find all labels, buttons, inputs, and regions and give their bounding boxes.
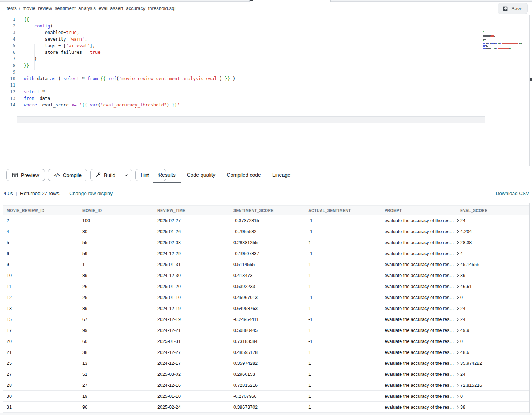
prompt-expand-chevron-icon[interactable] — [456, 328, 460, 332]
table-row: 17992024-12-210.503804451evaluate the ac… — [3, 325, 529, 336]
cell-actual_sentiment: 1 — [308, 394, 385, 399]
prompt-expand-chevron-icon[interactable] — [456, 262, 460, 266]
table-row: 21382024-12-270.485951781evaluate the ac… — [3, 347, 529, 358]
cell-actual_sentiment: -1 — [308, 229, 385, 234]
sql-code-editor[interactable]: 1{{2 config(3 enabled=true,4 severity='w… — [0, 15, 529, 166]
cell-prompt: evaluate the accuracy of the res… — [385, 350, 460, 355]
prompt-expand-chevron-icon[interactable] — [456, 405, 460, 409]
cell-movie_review_id: 5 — [7, 240, 82, 245]
prompt-preview-text: evaluate the accuracy of the res… — [385, 295, 454, 300]
cell-eval_score: 24 — [460, 372, 529, 377]
tab-results[interactable]: Results — [153, 166, 181, 183]
prompt-expand-chevron-icon[interactable] — [456, 383, 460, 387]
cell-actual_sentiment: 1 — [308, 240, 385, 245]
cell-movie_id: 55 — [82, 240, 157, 245]
column-header-prompt: PROMPT — [385, 208, 460, 213]
prompt-expand-chevron-icon[interactable] — [456, 240, 460, 244]
results-tab-bar: ResultsCode qualityCompiled codeLineage — [153, 166, 296, 183]
cell-movie_review_id: 11 — [7, 284, 82, 289]
cell-movie_review_id: 6 — [7, 251, 82, 256]
cell-sentiment_score: 0.28381255 — [233, 240, 308, 245]
cell-eval_score: 0 — [460, 295, 529, 300]
cell-actual_sentiment: 1 — [308, 405, 385, 410]
build-button-label: Build — [104, 172, 115, 178]
prompt-expand-chevron-icon[interactable] — [456, 229, 460, 233]
prompt-expand-chevron-icon[interactable] — [456, 273, 460, 277]
cell-actual_sentiment: 1 — [308, 350, 385, 355]
prompt-expand-chevron-icon[interactable] — [456, 218, 460, 223]
table-row: 6592024-12-29-0.19507837-1evaluate the a… — [3, 248, 529, 259]
cell-movie_id: 67 — [82, 317, 157, 322]
prompt-expand-chevron-icon[interactable] — [456, 350, 460, 354]
cell-prompt: evaluate the accuracy of the res… — [385, 218, 460, 223]
compile-button[interactable]: </> Compile — [48, 169, 87, 181]
line-number: 1 — [0, 16, 15, 23]
table-row: 10892024-12-300.4134731evaluate the accu… — [3, 270, 529, 281]
table-row: 20602025-01-310.73183584-1evaluate the a… — [3, 336, 529, 347]
cell-movie_review_id: 31 — [7, 405, 82, 410]
prompt-expand-chevron-icon[interactable] — [456, 317, 460, 321]
cell-review_time: 2024-12-16 — [157, 383, 233, 388]
results-table: MOVIE_REVIEW_IDMOVIE_IDREVIEW_TIMESENTIM… — [3, 205, 529, 413]
prompt-expand-chevron-icon[interactable] — [456, 361, 460, 365]
cell-prompt: evaluate the accuracy of the res… — [385, 229, 460, 234]
cell-actual_sentiment: 1 — [308, 372, 385, 377]
cell-prompt: evaluate the accuracy of the res… — [385, 295, 460, 300]
breadcrumb-filename: movie_review_sentiment_analysis_eval_ass… — [23, 5, 176, 11]
cell-actual_sentiment: 1 — [308, 383, 385, 388]
prompt-preview-text: evaluate the accuracy of the res… — [385, 328, 454, 333]
cell-sentiment_score: 0.45967013 — [233, 295, 308, 300]
build-dropdown-toggle[interactable] — [120, 169, 132, 181]
line-number: 14 — [0, 102, 15, 108]
cell-prompt: evaluate the accuracy of the res… — [385, 328, 460, 333]
prompt-expand-chevron-icon[interactable] — [456, 306, 460, 310]
editor-action-buttons: Preview </> Compile Build — [6, 169, 166, 181]
table-row: 11262025-01-200.53922331evaluate the acc… — [3, 281, 529, 292]
cell-eval_score: 28.38 — [460, 240, 529, 245]
prompt-preview-text: evaluate the accuracy of the res… — [385, 350, 454, 355]
chevron-down-icon — [124, 172, 128, 179]
prompt-expand-chevron-icon[interactable] — [456, 284, 460, 288]
code-line: 8}} — [0, 62, 529, 69]
build-split-button: Build — [90, 169, 132, 181]
prompt-expand-chevron-icon[interactable] — [456, 372, 460, 376]
cell-eval_score: 72.815216 — [460, 383, 529, 388]
cell-review_time: 2024-12-21 — [157, 328, 233, 333]
cell-movie_id: 89 — [82, 273, 157, 278]
lint-button[interactable]: Lint — [136, 169, 154, 181]
prompt-preview-text: evaluate the accuracy of the res… — [385, 372, 454, 377]
prompt-expand-chevron-icon[interactable] — [456, 339, 460, 343]
code-minimap[interactable] — [483, 31, 524, 49]
code-line: 9 — [0, 69, 529, 75]
cell-movie_id: 27 — [82, 383, 157, 388]
cell-movie_id: 25 — [82, 295, 157, 300]
line-number: 11 — [0, 82, 15, 89]
code-brackets-icon: </> — [54, 173, 60, 177]
prompt-expand-chevron-icon[interactable] — [456, 295, 460, 299]
cell-review_time: 2025-01-31 — [157, 339, 233, 344]
tab-compiled-code[interactable]: Compiled code — [222, 166, 266, 183]
tab-code-quality[interactable]: Code quality — [182, 166, 221, 183]
cell-review_time: 2024-12-30 — [157, 273, 233, 278]
line-number: 5 — [0, 42, 15, 49]
prompt-preview-text: evaluate the accuracy of the res… — [385, 317, 454, 322]
cell-eval_score: 4 — [460, 251, 529, 256]
save-button[interactable]: Save — [498, 3, 528, 14]
tab-lineage[interactable]: Lineage — [267, 166, 296, 183]
cell-movie_review_id: 30 — [7, 394, 82, 399]
download-csv-link[interactable]: Download CSV — [495, 191, 529, 196]
code-line: 11 — [0, 82, 529, 89]
cell-sentiment_score: 0.38673702 — [233, 405, 308, 410]
cell-review_time: 2025-02-27 — [157, 218, 233, 223]
cell-review_time: 2024-12-17 — [157, 361, 233, 366]
horizontal-scrollbar-track[interactable] — [0, 413, 532, 415]
change-row-display-link[interactable]: Change row display — [69, 191, 113, 196]
cell-prompt: evaluate the accuracy of the res… — [385, 306, 460, 311]
build-button[interactable]: Build — [91, 169, 120, 181]
prompt-expand-chevron-icon[interactable] — [456, 394, 460, 398]
preview-button[interactable]: Preview — [6, 169, 45, 181]
editor-scrollbar-thumb[interactable] — [530, 78, 532, 81]
prompt-expand-chevron-icon[interactable] — [456, 251, 460, 255]
prompt-preview-text: evaluate the accuracy of the res… — [385, 306, 454, 311]
cell-actual_sentiment: 1 — [308, 284, 385, 289]
